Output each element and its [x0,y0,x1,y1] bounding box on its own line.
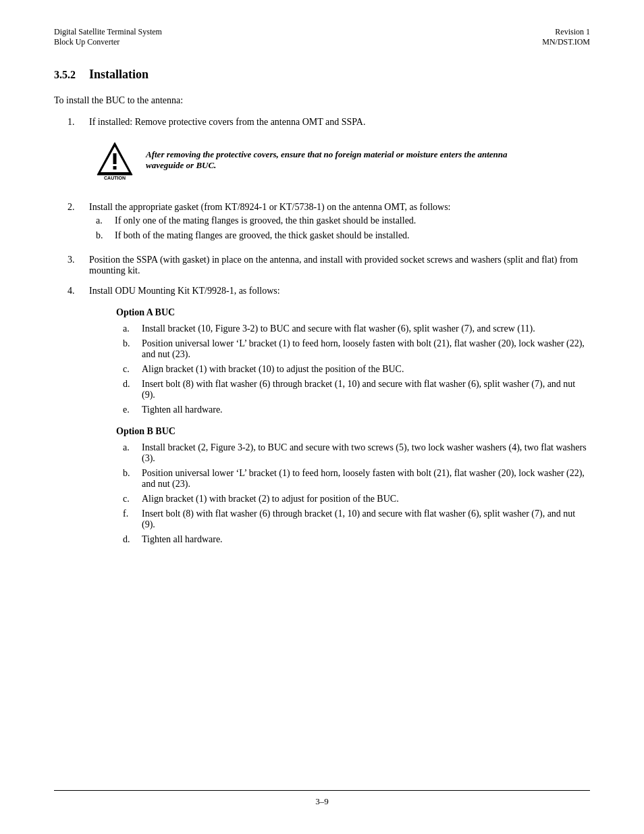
page-number: 3–9 [315,796,329,807]
step-2: 2. Install the appropriate gasket (from … [68,202,590,245]
option-b-text-d: Tighten all hardware. [142,534,590,545]
header-left: Digital Satellite Terminal System Block … [54,27,162,47]
step-2a: a. If only one of the mating flanges is … [96,215,590,226]
step-3: 3. Position the SSPA (with gasket) in pl… [68,255,590,276]
page-footer: 3–9 [54,790,590,807]
page-header: Digital Satellite Terminal System Block … [54,27,590,47]
step-2a-label: a. [96,215,107,226]
option-a-label-c: c. [123,364,134,375]
step-3-content: Position the SSPA (with gasket) in place… [89,255,590,276]
step-2-content: Install the appropriate gasket (from KT/… [89,202,590,245]
svg-rect-2 [113,153,117,164]
section-title-block: 3.5.2 Installation [54,68,590,82]
section-number: 3.5.2 [54,69,76,81]
step-1-num: 1. [68,117,81,128]
svg-rect-3 [113,166,117,170]
option-b-section: Option B BUC a. Install bracket (2, Figu… [116,426,590,545]
step-1-text: If installed: Remove protective covers f… [89,117,365,127]
option-b-label-c: c. [123,494,134,504]
step-2b-text: If both of the mating flanges are groove… [115,230,590,241]
step-1: 1. If installed: Remove protective cover… [68,117,590,192]
step-2b: b. If both of the mating flanges are gro… [96,230,590,241]
step-1-content: If installed: Remove protective covers f… [89,117,590,192]
option-b-list: a. Install bracket (2, Figure 3-2), to B… [123,442,590,545]
option-b-text-f: Insert bolt (8) with flat washer (6) thr… [142,509,590,530]
step-4-num: 4. [68,286,81,296]
step-4-text: Install ODU Mounting Kit KT/9928-1, as f… [89,286,280,296]
step-2-sublist: a. If only one of the mating flanges is … [96,215,590,241]
page: Digital Satellite Terminal System Block … [0,0,644,834]
option-a-section: Option A BUC a. Install bracket (10, Fig… [116,307,590,415]
option-a-item-a: a. Install bracket (10, Figure 3-2) to B… [123,323,590,334]
step-2-text: Install the appropriate gasket (from KT/… [89,202,451,212]
option-a-item-d: d. Insert bolt (8) with flat washer (6) … [123,379,590,400]
step-2-num: 2. [68,202,81,213]
option-a-text-a: Install bracket (10, Figure 3-2) to BUC … [142,323,590,334]
option-b-text-a: Install bracket (2, Figure 3-2), to BUC … [142,442,590,464]
option-a-item-b: b. Position universal lower ‘L’ bracket … [123,338,590,360]
option-b-item-b: b. Position universal lower ‘L’ bracket … [123,468,590,490]
header-revision: Revision 1 [542,27,590,37]
option-b-item-c: c. Align bracket (1) with bracket (2) to… [123,494,590,504]
option-b-text-b: Position universal lower ‘L’ bracket (1)… [142,468,590,490]
option-a-text-d: Insert bolt (8) with flat washer (6) thr… [142,379,590,400]
option-a-text-c: Align bracket (1) with bracket (10) to a… [142,364,590,375]
option-a-list: a. Install bracket (10, Figure 3-2) to B… [123,323,590,415]
option-b-item-f: f. Insert bolt (8) with flat washer (6) … [123,509,590,530]
step-4-content: Install ODU Mounting Kit KT/9928-1, as f… [89,286,590,552]
step-2b-label: b. [96,230,107,241]
main-steps-list: 1. If installed: Remove protective cover… [68,117,590,552]
header-doc-num: MN/DST.IOM [542,37,590,47]
caution-icon: CAUTION [95,140,135,180]
step-3-text: Position the SSPA (with gasket) in place… [89,255,578,276]
step-4: 4. Install ODU Mounting Kit KT/9928-1, a… [68,286,590,552]
step-3-num: 3. [68,255,81,265]
option-a-text-b: Position universal lower ‘L’ bracket (1)… [142,338,590,360]
section-heading: Installation [89,68,149,82]
option-b-label-f: f. [123,509,134,519]
intro-text: To install the BUC to the antenna: [54,95,590,106]
caution-text: After removing the protective covers, en… [146,149,544,171]
option-b-item-a: a. Install bracket (2, Figure 3-2), to B… [123,442,590,464]
option-a-label-a: a. [123,323,134,334]
option-b-label-d: d. [123,534,134,545]
option-a-item-e: e. Tighten all hardware. [123,405,590,415]
header-title-line2: Block Up Converter [54,37,162,47]
header-right: Revision 1 MN/DST.IOM [542,27,590,47]
option-b-item-d: d. Tighten all hardware. [123,534,590,545]
option-a-heading: Option A BUC [116,307,590,318]
option-a-item-c: c. Align bracket (1) with bracket (10) t… [123,364,590,375]
caution-box: CAUTION After removing the protective co… [89,134,549,186]
option-b-heading: Option B BUC [116,426,590,437]
option-b-text-c: Align bracket (1) with bracket (2) to ad… [142,494,590,504]
option-a-label-b: b. [123,338,134,349]
option-a-label-e: e. [123,405,134,415]
option-b-label-b: b. [123,468,134,479]
option-a-label-d: d. [123,379,134,390]
header-title-line1: Digital Satellite Terminal System [54,27,162,37]
option-a-text-e: Tighten all hardware. [142,405,590,415]
page-content: 3.5.2 Installation To install the BUC to… [54,68,590,777]
svg-text:CAUTION: CAUTION [104,176,126,180]
option-b-label-a: a. [123,442,134,453]
step-2a-text: If only one of the mating flanges is gro… [115,215,590,226]
